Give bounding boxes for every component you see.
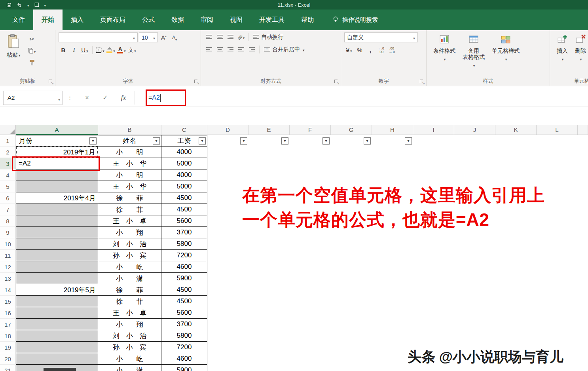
cell-B13[interactable]: 小 潇	[98, 273, 161, 284]
number-dialog-launcher[interactable]	[420, 80, 425, 84]
phonetic-guide-button[interactable]: 文	[127, 46, 137, 55]
cell-B10[interactable]: 刘 小 治	[98, 238, 161, 250]
cell-C10[interactable]: 5800	[161, 238, 207, 250]
row-header-17[interactable]: 17	[0, 319, 16, 330]
format-as-table-button[interactable]: 套用 表格格式	[459, 32, 488, 70]
align-right-button[interactable]	[226, 45, 235, 54]
row-header-7[interactable]: 7	[0, 204, 16, 215]
row-header-4[interactable]: 4	[0, 169, 16, 181]
column-header-H[interactable]: H	[372, 125, 413, 135]
cell-B4[interactable]: 小 明	[98, 169, 161, 181]
borders-button[interactable]	[95, 46, 105, 55]
copy-button[interactable]	[27, 46, 37, 55]
touch-mode-icon[interactable]	[34, 2, 39, 7]
cell-A7[interactable]	[16, 204, 98, 215]
clipboard-dialog-launcher[interactable]	[49, 80, 53, 84]
tell-me-search[interactable]: 操作说明搜索	[332, 10, 378, 30]
column-header-I[interactable]: I	[413, 125, 454, 135]
decrease-indent-button[interactable]	[236, 45, 246, 54]
cell-C14[interactable]: 4500	[161, 284, 207, 296]
font-dialog-launcher[interactable]	[194, 80, 199, 84]
tab-home[interactable]: 开始	[33, 10, 63, 30]
row-header-8[interactable]: 8	[0, 215, 16, 227]
name-box-dropdown-icon[interactable]	[58, 95, 60, 102]
cell-A19[interactable]	[16, 342, 98, 353]
align-bottom-button[interactable]	[226, 32, 235, 42]
align-top-button[interactable]	[204, 32, 214, 42]
row-header-21[interactable]: 21	[0, 365, 16, 371]
cell-A16[interactable]	[16, 307, 98, 319]
tab-view[interactable]: 视图	[222, 10, 251, 30]
cell-C12[interactable]: 4600	[161, 261, 207, 273]
cell-C7[interactable]: 4500	[161, 204, 207, 215]
tab-data[interactable]: 数据	[163, 10, 192, 30]
column-header-C[interactable]: C	[161, 125, 207, 135]
cell-A5[interactable]	[16, 181, 98, 192]
name-box[interactable]: A2	[3, 91, 63, 105]
row-header-19[interactable]: 19	[0, 342, 16, 353]
tab-review[interactable]: 审阅	[192, 10, 222, 30]
bold-button[interactable]: B	[59, 46, 68, 55]
cancel-button[interactable]: ×	[78, 91, 96, 105]
cell-A20[interactable]	[16, 353, 98, 365]
comma-style-button[interactable]: ,	[366, 46, 375, 55]
qat-customize-icon[interactable]	[44, 1, 46, 8]
row-header-12[interactable]: 12	[0, 261, 16, 273]
column-header-K[interactable]: K	[495, 125, 537, 135]
cell-A12[interactable]	[16, 261, 98, 273]
font-size-select[interactable]: 10	[139, 32, 158, 42]
select-all-button[interactable]	[0, 125, 16, 135]
cell-B3[interactable]: 王 小 华	[98, 158, 161, 169]
column-header-G[interactable]: G	[331, 125, 372, 135]
cell-F1[interactable]	[290, 135, 331, 146]
cell-B20[interactable]: 小 屹	[98, 353, 161, 365]
tab-insert[interactable]: 插入	[63, 10, 92, 30]
cell-A9[interactable]	[16, 227, 98, 238]
italic-button[interactable]: I	[69, 46, 79, 55]
filter-dropdown-icon[interactable]	[89, 137, 97, 145]
row-header-11[interactable]: 11	[0, 250, 16, 261]
column-header-L[interactable]: L	[537, 125, 578, 135]
cell-A4[interactable]	[16, 169, 98, 181]
cell-C13[interactable]: 5900	[161, 273, 207, 284]
row-header-6[interactable]: 6	[0, 192, 16, 204]
number-format-select[interactable]: 自定义	[344, 32, 418, 42]
cell-C20[interactable]: 4600	[161, 353, 207, 365]
tab-file[interactable]: 文件	[4, 10, 33, 30]
row-header-10[interactable]: 10	[0, 238, 16, 250]
save-icon[interactable]	[6, 2, 11, 8]
cell-C6[interactable]: 4500	[161, 192, 207, 204]
increase-font-size-button[interactable]: A	[159, 33, 169, 42]
cell-C4[interactable]: 4000	[161, 169, 207, 181]
column-header-E[interactable]: E	[248, 125, 290, 135]
formula-input[interactable]: =A2	[135, 91, 588, 105]
tab-page-layout[interactable]: 页面布局	[92, 10, 134, 30]
cell-C15[interactable]: 4500	[161, 296, 207, 307]
font-name-select[interactable]	[59, 32, 138, 42]
cell-C18[interactable]: 5800	[161, 330, 207, 342]
cell-B5[interactable]: 王 小 华	[98, 181, 161, 192]
filter-dropdown-icon[interactable]	[199, 137, 206, 145]
insert-function-button[interactable]: fx	[114, 91, 133, 105]
cell-B2[interactable]: 小 明	[98, 146, 161, 158]
cell-A10[interactable]	[16, 238, 98, 250]
cell-C16[interactable]: 5600	[161, 307, 207, 319]
delete-cells-button[interactable]: 删除	[571, 32, 588, 63]
merge-center-button[interactable]: 合并后居中	[262, 45, 306, 54]
cell-A14[interactable]: 2019年5月	[16, 284, 98, 296]
cell-C2[interactable]: 4000	[161, 146, 207, 158]
undo-icon[interactable]	[17, 2, 22, 7]
cell-B7[interactable]: 徐 菲	[98, 204, 161, 215]
formula-bar-handle[interactable]: ⋮	[67, 95, 72, 101]
cut-button[interactable]: ✂	[27, 34, 37, 44]
cell-C11[interactable]: 7200	[161, 250, 207, 261]
insert-cells-button[interactable]: 插入	[553, 32, 571, 63]
row-header-5[interactable]: 5	[0, 181, 16, 192]
cell-C21[interactable]: 5900	[161, 365, 207, 371]
row-header-9[interactable]: 9	[0, 227, 16, 238]
cell-C9[interactable]: 3700	[161, 227, 207, 238]
column-header-B[interactable]: B	[98, 125, 161, 135]
cell-styles-button[interactable]: 单元格样式	[488, 32, 523, 70]
row-header-13[interactable]: 13	[0, 273, 16, 284]
cell-B16[interactable]: 王 小 卓	[98, 307, 161, 319]
